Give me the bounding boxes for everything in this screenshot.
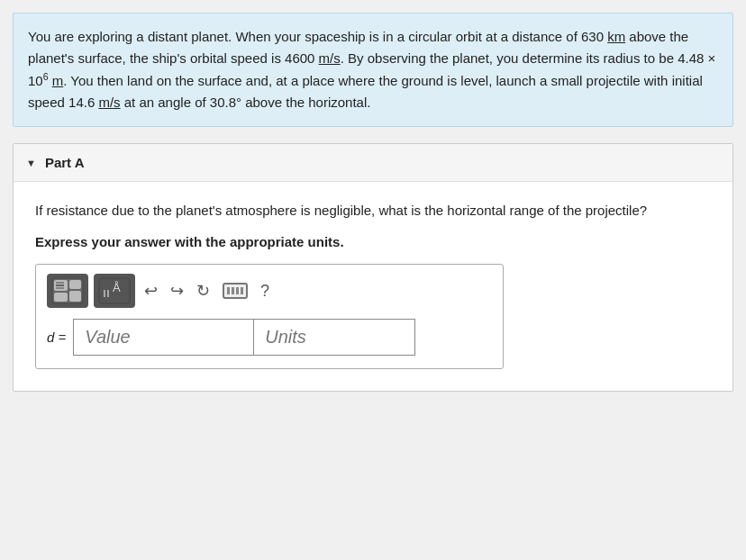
answer-toolbar: ıı Å ↩ ↪ ↻ ? [47,274,492,308]
units-button[interactable]: ıı Å [94,274,135,308]
part-a-label: Part A [45,155,85,170]
svg-rect-3 [69,280,81,289]
svg-rect-2 [54,293,68,302]
keyboard-icon [223,283,248,299]
part-a-header[interactable]: ▼ Part A [14,144,732,182]
question-text: If resistance due to the planet's atmosp… [35,200,711,221]
problem-box: You are exploring a distant planet. When… [13,13,733,127]
value-input[interactable] [73,319,253,356]
svg-rect-4 [69,291,81,302]
refresh-button[interactable]: ↻ [193,279,214,303]
redo-button[interactable]: ↪ [167,279,187,303]
part-a-body: If resistance due to the planet's atmosp… [14,182,732,391]
math-mode-button[interactable] [47,274,88,308]
problem-text: You are exploring a distant planet. When… [28,26,718,113]
svg-text:ıı: ıı [103,285,110,300]
svg-text:Å: Å [113,281,121,294]
units-input[interactable] [253,319,415,356]
collapse-arrow-icon[interactable]: ▼ [26,158,36,168]
answer-box: ıı Å ↩ ↪ ↻ ? d = [35,264,504,369]
undo-button[interactable]: ↩ [141,279,161,303]
part-a-section: ▼ Part A If resistance due to the planet… [13,143,733,392]
input-row: d = [47,319,492,356]
express-label: Express your answer with the appropriate… [35,234,711,249]
keyboard-button[interactable] [219,281,251,301]
d-label: d = [47,330,66,345]
help-button[interactable]: ? [257,280,273,303]
